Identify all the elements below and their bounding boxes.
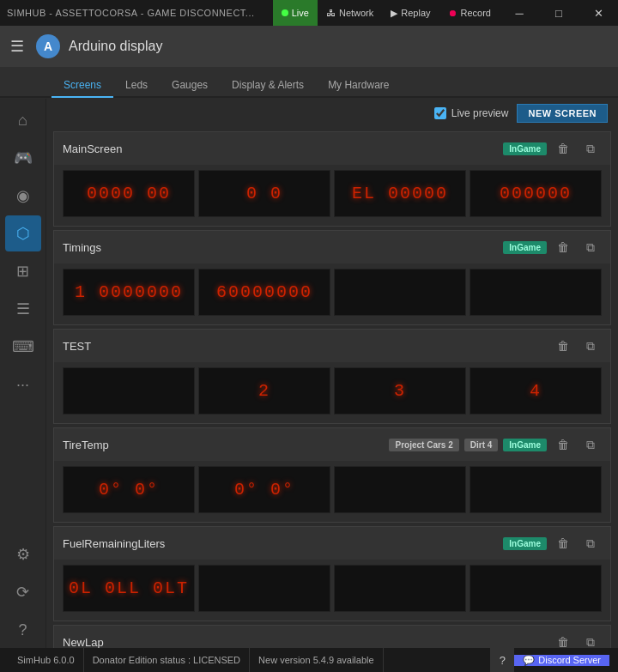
screen-name: NewLap [63,636,547,649]
delete-button[interactable]: 🗑 [552,433,574,456]
history-icon[interactable]: ⟳ [5,574,41,610]
copy-button[interactable]: ⧉ [579,532,602,554]
display-panel[interactable] [334,269,466,316]
speedometer-icon[interactable]: ◉ [5,178,41,214]
display-panel[interactable]: 0L 0LL 0LT [63,565,195,612]
titlebar-controls: Live 🖧 Network ▶ Replay ⏺ Record ─ □ ✕ [273,0,618,26]
display-panel[interactable] [334,565,466,612]
panels-row: 0° 0°0° 0° [54,461,610,522]
display-panel[interactable]: 60000000 [198,269,330,316]
live-button[interactable]: Live [273,0,318,26]
hamburger-icon[interactable]: ☰ [10,37,24,56]
toolbar: Live preview NEW SCREEN [46,99,618,128]
display-panel[interactable]: 4 [470,367,602,415]
list-icon[interactable]: ☰ [5,291,41,327]
close-button[interactable]: ✕ [579,0,618,26]
keyboard-icon[interactable]: ⌨ [5,329,41,365]
display-panel[interactable]: 2 [198,367,330,415]
nav-tab-myhardware[interactable]: My Hardware [316,74,401,98]
new-screen-button[interactable]: NEW SCREEN [517,104,608,123]
titlebar-left: SIMHUB - ASSETTOCORSA - GAME DISCONNECT.… [7,8,273,18]
dots-icon[interactable]: ··· [5,366,41,403]
delete-button[interactable]: 🗑 [552,532,574,554]
badge-ingame: InGame [503,537,547,550]
screens-list: MainScreenInGame🗑⧉0000 000 0EL 000000000… [46,131,618,648]
delete-button[interactable]: 🗑 [552,137,574,160]
display-panel[interactable]: EL 00000 [334,170,466,217]
display-panel[interactable] [198,565,330,612]
version-label: SimHub 6.0.0 [9,648,84,672]
display-panel[interactable]: 0° 0° [198,466,330,513]
screen-row-header: FuelRemainingLitersInGame🗑⧉ [54,527,610,560]
status-right: ? 💬 Discord Server [490,648,609,672]
screen-row-header: TireTempProject Cars 2Dirt 4InGame🗑⧉ [54,428,610,461]
titlebar: SIMHUB - ASSETTOCORSA - GAME DISCONNECT.… [0,0,618,26]
screen-row: MainScreenInGame🗑⧉0000 000 0EL 000000000… [53,131,611,227]
live-preview-check: Live preview [434,107,509,119]
display-panel[interactable] [470,565,602,612]
panel-display-text: EL 00000 [352,184,448,203]
screen-name: TEST [63,340,547,353]
delete-button[interactable]: 🗑 [552,236,574,258]
badge-dirt4: Dirt 4 [464,439,499,451]
help-icon[interactable]: ? [5,612,41,648]
network-icon: 🖧 [326,8,336,18]
panel-display-text: 4 [530,381,542,401]
panel-display-text: 0L 0LL 0LT [69,578,189,598]
replay-label: Replay [401,8,430,18]
panel-display-text: 60000000 [216,282,312,302]
panel-display-text: 3 [394,381,406,401]
display-panel[interactable]: 0 0 [198,170,330,217]
minimize-button[interactable]: ─ [500,0,539,26]
panel-display-text: 0° 0° [99,480,159,499]
display-panel[interactable] [470,466,602,513]
screen-name: Timings [63,241,498,254]
panel-display-text: 000000 [500,184,572,203]
display-panel[interactable]: 1 0000000 [63,269,195,316]
copy-button[interactable]: ⧉ [579,137,602,160]
discord-label: Discord Server [538,655,601,665]
panel-display-text: 0000 00 [87,184,171,203]
delete-button[interactable]: 🗑 [552,631,574,648]
screen-name: MainScreen [63,142,498,155]
discord-button[interactable]: 💬 Discord Server [514,655,609,666]
copy-button[interactable]: ⧉ [579,433,602,456]
panels-row: 234 [54,362,610,423]
live-preview-checkbox[interactable] [434,107,446,119]
arduino-icon[interactable]: ⬡ [5,215,41,251]
display-panel[interactable] [334,466,466,513]
nav-tab-gauges[interactable]: Gauges [160,74,220,98]
maximize-button[interactable]: □ [539,0,579,26]
screen-row: TimingsInGame🗑⧉1 000000060000000 [53,230,611,325]
display-panel[interactable]: 0000 00 [63,170,195,217]
delete-button[interactable]: 🗑 [552,335,574,357]
copy-button[interactable]: ⧉ [579,631,602,648]
display-panel[interactable] [63,367,195,415]
license-label: Donator Edition status : LICENSED [84,648,250,672]
panels-row: 0L 0LL 0LT [54,560,610,621]
nav-tab-leds[interactable]: Leds [113,74,160,98]
display-panel[interactable]: 000000 [470,170,602,217]
copy-button[interactable]: ⧉ [579,335,602,357]
app-title: Arduino display [69,39,162,54]
record-button[interactable]: ⏺ Record [439,0,500,26]
controller-icon[interactable]: 🎮 [5,140,41,176]
display-panel[interactable]: 3 [334,367,466,415]
app-header: ☰ A Arduino display [0,26,618,67]
nav-tab-display&alerts[interactable]: Display & Alerts [220,74,316,98]
screen-row-header: NewLap🗑⧉ [54,626,610,648]
record-icon: ⏺ [448,8,457,18]
help-button[interactable]: ? [490,648,514,672]
gauge-icon[interactable]: ⊞ [5,253,41,289]
display-panel[interactable] [470,269,602,316]
copy-button[interactable]: ⧉ [579,236,602,258]
network-button[interactable]: 🖧 Network [318,0,382,26]
record-label: Record [461,8,491,18]
display-panel[interactable]: 0° 0° [63,466,195,513]
home-icon[interactable]: ⌂ [5,102,41,138]
window-controls: ─ □ ✕ [500,0,618,26]
settings-icon[interactable]: ⚙ [5,536,41,572]
nav-tab-screens[interactable]: Screens [52,74,113,98]
replay-button[interactable]: ▶ Replay [382,0,439,26]
screen-row: TireTempProject Cars 2Dirt 4InGame🗑⧉0° 0… [53,427,611,523]
